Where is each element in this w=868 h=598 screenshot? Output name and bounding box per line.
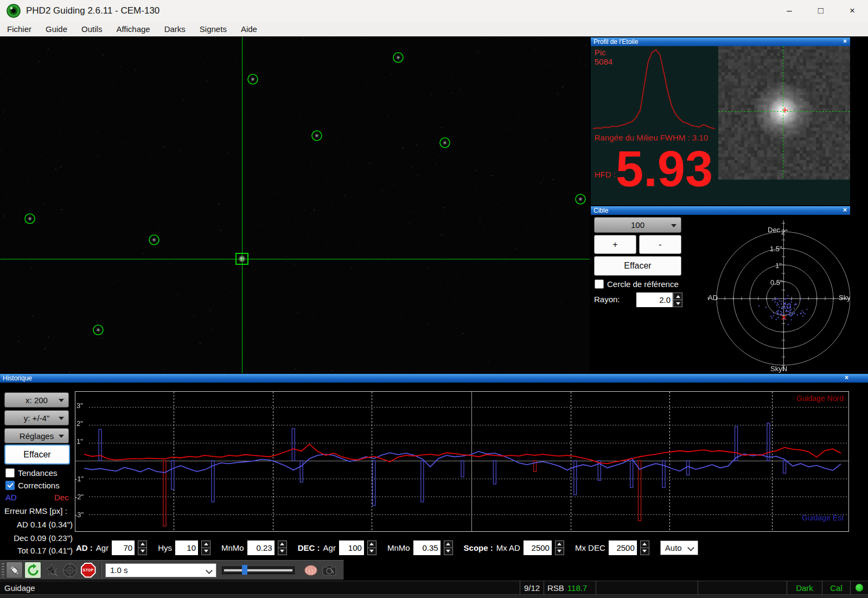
status-frame-count: 9/12 — [520, 581, 544, 595]
guide-camera-image[interactable] — [0, 37, 590, 373]
target-zoom-select[interactable]: 100 — [594, 217, 681, 233]
loop-arrows-icon — [27, 564, 40, 577]
history-content: x: 200 y: +/-4" Réglages Effacer Tendanc… — [0, 383, 868, 559]
guide-button[interactable] — [61, 562, 78, 578]
status-empty-2 — [698, 581, 787, 595]
hysteresis-stepper[interactable] — [201, 540, 210, 555]
history-yscale-select[interactable]: y: +/-4" — [4, 410, 69, 425]
rms-tot-value: Tot 0.17 (0.41") — [3, 546, 73, 555]
hysteresis-input[interactable] — [175, 540, 198, 555]
zoom-out-button[interactable]: - — [639, 235, 681, 254]
menu-guide[interactable]: Guide — [39, 22, 74, 37]
window-title: PHD2 Guiding 2.6.11 - CEM-130 — [26, 5, 159, 16]
star-profile-caption[interactable]: Profil de l'Etoile × — [591, 37, 850, 46]
dec-minmove-stepper[interactable] — [444, 540, 453, 555]
history-clear-button[interactable]: Effacer — [4, 444, 70, 465]
ad-params-label: AD : — [76, 543, 93, 552]
slider-track — [224, 569, 292, 571]
mxdec-label: Mx DEC — [575, 543, 605, 552]
radius-stepper[interactable] — [673, 292, 682, 307]
reference-circle-checkbox[interactable] — [595, 279, 604, 289]
menu-aide[interactable]: Aide — [234, 22, 264, 37]
chevron-down-icon — [59, 399, 64, 402]
exposure-select[interactable]: 1.0 s — [105, 563, 216, 577]
brain-icon — [303, 564, 318, 577]
phd2-logo-icon — [7, 4, 21, 18]
max-dec-duration-input[interactable] — [609, 540, 637, 555]
target-close-icon[interactable]: × — [843, 206, 847, 214]
history-panel: Historique × x: 200 y: +/-4" Réglages Ef… — [0, 373, 868, 559]
target-clear-button[interactable]: Effacer — [594, 256, 681, 276]
target-panel: Cible × 100 + - Effacer Cercle de référe… — [591, 206, 850, 373]
trends-checkbox[interactable] — [5, 468, 15, 478]
trends-label: Tendances — [18, 468, 58, 478]
connected-indicator-icon — [856, 584, 863, 591]
stop-button[interactable]: STOP — [80, 562, 97, 578]
max-dec-stepper[interactable] — [640, 540, 649, 555]
history-caption[interactable]: Historique × — [0, 373, 868, 383]
rms-ad-value: AD 0.14 (0.34") — [3, 520, 73, 529]
chevron-down-icon — [59, 435, 64, 438]
dec-aggression-stepper[interactable] — [367, 540, 376, 555]
ra-minmove-stepper[interactable] — [278, 540, 287, 555]
menu-outils[interactable]: Outils — [74, 22, 109, 37]
history-close-icon[interactable]: × — [845, 374, 848, 381]
toolbar-separator — [100, 563, 102, 578]
dec-agr-label: Agr — [323, 543, 336, 552]
star-magnifier-icon — [44, 563, 59, 577]
ra-mnmo-label: MnMo — [221, 543, 244, 552]
bullseye-skye-label: SkyE — [839, 294, 850, 302]
guide-target-icon — [62, 563, 78, 578]
ytick-m2: -2" — [75, 493, 89, 501]
legend-ad: AD — [5, 493, 17, 502]
maximize-button[interactable]: □ — [805, 0, 837, 22]
ra-aggression-stepper[interactable] — [138, 540, 147, 555]
corrections-checkbox[interactable] — [5, 481, 15, 490]
gamma-slider[interactable] — [222, 567, 295, 574]
hfd-label: HFD : — [595, 170, 616, 179]
history-title: Historique — [3, 374, 32, 382]
loop-exposures-button[interactable] — [24, 562, 41, 578]
menu-affichage[interactable]: Affichage — [109, 22, 157, 37]
dec-mode-select[interactable]: Auto — [660, 540, 698, 555]
chevron-down-icon — [687, 544, 694, 551]
status-bar: Guidage 9/12 RSB118.7 Dark Cal — [0, 581, 868, 595]
menu-darks[interactable]: Darks — [157, 22, 193, 37]
auto-select-star-button[interactable] — [43, 562, 60, 578]
max-ra-stepper[interactable] — [555, 540, 564, 555]
minimize-button[interactable]: – — [774, 0, 805, 22]
ra-minmove-input[interactable] — [247, 540, 275, 555]
target-caption[interactable]: Cible × — [591, 206, 850, 215]
ra-aggression-input[interactable] — [112, 540, 135, 555]
dec-aggression-input[interactable] — [339, 540, 364, 555]
menu-fichier[interactable]: Fichier — [0, 22, 39, 37]
connect-equipment-button[interactable] — [6, 562, 23, 578]
radius-input[interactable] — [636, 292, 673, 307]
dec-minmove-input[interactable] — [413, 540, 441, 555]
advanced-settings-button[interactable] — [302, 562, 319, 578]
stop-sign-icon: STOP — [81, 563, 96, 578]
stepper-up-icon — [673, 292, 682, 300]
snr-value: 118.7 — [567, 583, 587, 593]
history-graph — [75, 391, 849, 532]
phd2-window: PHD2 Guiding 2.6.11 - CEM-130 – □ × Fich… — [0, 0, 868, 598]
bullseye-tick-15: 1.5" — [770, 245, 782, 253]
camera-settings-button[interactable] — [321, 562, 337, 578]
slider-handle[interactable] — [242, 565, 247, 575]
bullseye-tick-05: 0.5" — [770, 278, 783, 287]
history-xscale-select[interactable]: x: 200 — [4, 392, 69, 408]
zoom-in-button[interactable]: + — [594, 235, 636, 254]
status-connection — [850, 581, 868, 595]
menu-signets[interactable]: Signets — [193, 22, 234, 37]
max-ra-duration-input[interactable] — [524, 540, 552, 555]
scope-params-label: Scope : — [464, 543, 493, 552]
hys-label: Hys — [158, 543, 172, 552]
history-settings-select[interactable]: Réglages — [4, 428, 69, 443]
reference-circle-label: Cercle de référence — [607, 279, 679, 289]
chevron-down-icon — [59, 417, 64, 420]
close-button[interactable]: × — [837, 0, 868, 22]
ytick-1: 1" — [76, 437, 91, 446]
star-profile-close-icon[interactable]: × — [843, 37, 847, 45]
toolbar-grip[interactable] — [2, 563, 4, 577]
main-toolbar: STOP 1.0 s — [0, 560, 344, 580]
